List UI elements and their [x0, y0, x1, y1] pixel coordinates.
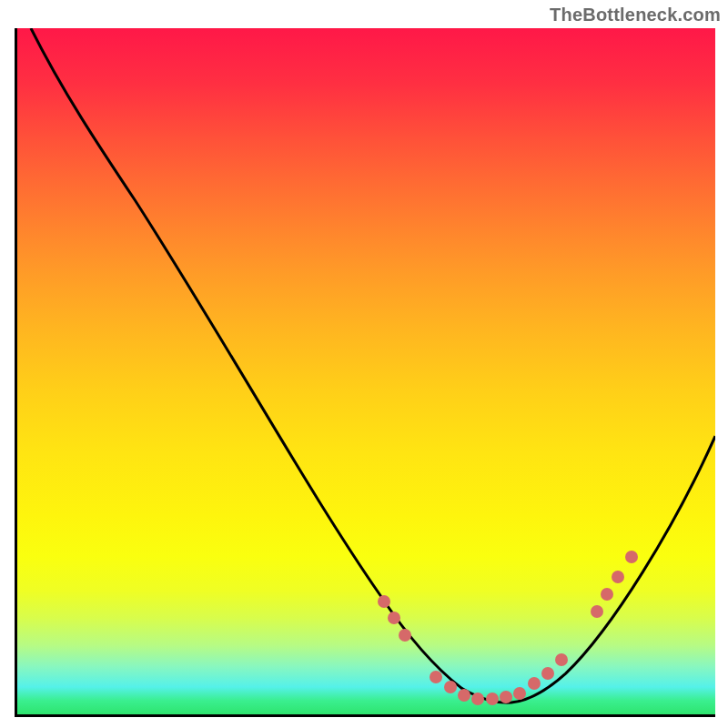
curve-point: [541, 667, 554, 680]
watermark-text: TheBottleneck.com: [550, 5, 721, 25]
curve-point: [458, 689, 470, 702]
curve-point: [528, 677, 541, 690]
curve-point: [601, 588, 613, 601]
curve-point: [591, 605, 603, 618]
bottleneck-curve: [17, 28, 715, 714]
curve-point: [500, 691, 512, 703]
curve-point: [430, 671, 442, 683]
curve-point: [378, 595, 390, 608]
curve-point: [555, 653, 568, 666]
curve-point: [612, 571, 624, 583]
curve-point: [513, 687, 526, 700]
chart-plot-area: [15, 28, 715, 717]
curve-point: [625, 551, 638, 563]
curve-point: [399, 629, 411, 642]
curve-point: [444, 681, 457, 693]
curve-point: [388, 612, 400, 624]
curve-point: [486, 693, 499, 705]
curve-point: [471, 693, 484, 705]
